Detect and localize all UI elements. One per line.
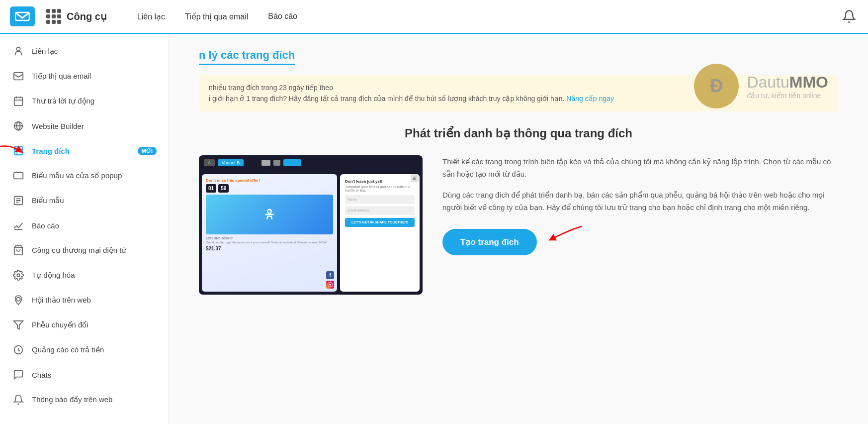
- mockup-tab-variant[interactable]: Variant B: [218, 159, 244, 166]
- features-description: Thiết kế các trang trong trình biên tập …: [442, 155, 838, 255]
- sidebar-item-bieu-mau[interactable]: Biểu mẫu: [0, 188, 169, 213]
- upgrade-count-text: nhiều trang đích trong 23 ngày tiếp theo: [209, 84, 333, 92]
- chat-icon: [12, 368, 25, 381]
- svg-point-1: [16, 47, 20, 51]
- main-layout: Liên lạc Tiếp thị qua email Thư trả lời …: [0, 34, 868, 424]
- sidebar-label-bieu-mau-popup: Biểu mẫu và cửa sổ popup: [32, 171, 157, 180]
- globe-icon: [12, 119, 25, 132]
- sidebar-item-pheu[interactable]: Phễu chuyển đổi: [0, 313, 169, 337]
- sidebar-label-bieu-mau: Biểu mẫu: [32, 196, 157, 205]
- sidebar-item-thu-tra-loi[interactable]: Thư trả lời tự động: [0, 89, 169, 113]
- filter-icon: [12, 318, 25, 331]
- svg-rect-7: [14, 173, 23, 179]
- svg-point-11: [16, 298, 20, 301]
- sidebar-item-website-builder[interactable]: Website Builder: [0, 113, 169, 138]
- cta-area: Tạo trang đích: [442, 229, 838, 255]
- sidebar-item-lien-lac[interactable]: Liên lạc: [0, 39, 169, 64]
- sidebar-label-tu-dong-hoa: Tự động hóa: [32, 271, 157, 280]
- sidebar-label-tiep-thi: Tiếp thị qua email: [32, 72, 157, 81]
- push-notification-icon: [12, 393, 25, 406]
- form-popup-icon: [12, 169, 25, 182]
- sidebar-label-pheu: Phễu chuyển đổi: [32, 320, 157, 329]
- price: $21.37: [206, 246, 333, 251]
- svg-marker-12: [14, 321, 23, 329]
- sidebar-item-thuong-mai[interactable]: Công cụ thương mại điện tử: [0, 238, 169, 263]
- gear-icon: [12, 269, 25, 282]
- section-title: Phát triển danh bạ thông qua trang đích: [199, 126, 838, 140]
- location-icon: [12, 294, 25, 307]
- sidebar: Liên lạc Tiếp thị qua email Thư trả lời …: [0, 34, 169, 424]
- sidebar-label-lien-lac: Liên lạc: [32, 47, 157, 56]
- content-area: Đ DautuMMO đầu tư, kiếm tiền online n lý…: [169, 34, 868, 424]
- notification-bell-icon[interactable]: [840, 7, 858, 25]
- nav-link-bao-cao[interactable]: Báo cáo: [268, 12, 297, 21]
- nav-link-tiep-thi[interactable]: Tiếp thị qua email: [185, 12, 248, 21]
- form-icon: [12, 194, 25, 207]
- sidebar-item-bieu-mau-popup[interactable]: Biểu mẫu và cửa sổ popup: [0, 163, 169, 188]
- shop-icon: [12, 244, 25, 257]
- upgrade-link[interactable]: Nâng cấp ngay: [566, 95, 613, 103]
- upgrade-banner-text: i giới hạn ở 1 trang đích? Hãy đăng tất …: [209, 95, 564, 103]
- landing-mockup: A Variant B Don't miss this speci: [199, 155, 423, 295]
- top-navigation: Công cụ Liên lạc Tiếp thị qua email Báo …: [0, 0, 868, 34]
- timer-01: 01: [206, 184, 216, 193]
- watermark: Đ DautuMMO đầu tư, kiếm tiền online: [694, 64, 828, 108]
- svg-rect-2: [14, 73, 23, 80]
- page-title: n lý các trang đích: [199, 49, 295, 65]
- email-icon: [12, 70, 25, 83]
- sidebar-label-trang-dich: Trang đích: [32, 147, 131, 155]
- nav-link-lien-lac[interactable]: Liên lạc: [137, 12, 165, 21]
- nav-right: [840, 7, 858, 25]
- sidebar-item-trang-dich[interactable]: Trang đích MỚI: [0, 138, 169, 163]
- watermark-circle: Đ: [694, 64, 739, 108]
- calendar-icon: [12, 95, 25, 107]
- svg-point-10: [17, 274, 20, 277]
- sidebar-item-tu-dong-hoa[interactable]: Tự động hóa: [0, 263, 169, 288]
- sidebar-label-hoi-thao: Hội thảo trên web: [32, 296, 157, 305]
- features-text-1: Thiết kế các trang trong trình biên tập …: [442, 155, 838, 181]
- grid-apps-icon[interactable]: [45, 7, 63, 25]
- sidebar-label-thuong-mai: Công cụ thương mại điện tử: [32, 246, 157, 255]
- popup-subtext: Jumpstart your fitness and see results i…: [345, 185, 415, 192]
- svg-point-14: [267, 210, 271, 213]
- person-icon: [12, 45, 25, 58]
- create-landing-page-button[interactable]: Tạo trang đích: [442, 229, 537, 255]
- timer-59: 59: [218, 184, 229, 193]
- nav-links: Liên lạc Tiếp thị qua email Báo cáo: [137, 12, 297, 21]
- svg-point-15: [329, 284, 331, 285]
- watermark-subtitle: đầu tư, kiếm tiền online: [747, 92, 828, 100]
- logo[interactable]: [10, 6, 35, 26]
- ads-icon: [12, 343, 25, 356]
- mockup-tab-a[interactable]: A: [204, 159, 215, 166]
- sidebar-item-chats[interactable]: Chats: [0, 362, 169, 387]
- watermark-text: DautuMMO đầu tư, kiếm tiền online: [747, 73, 828, 100]
- svg-rect-3: [14, 98, 23, 106]
- sidebar-item-thong-bao[interactable]: Thông báo đẩy trên web: [0, 387, 169, 412]
- sidebar-label-quang-cao: Quảng cáo có trả tiền: [32, 345, 157, 354]
- sidebar-label-thong-bao: Thông báo đẩy trên web: [32, 395, 157, 404]
- chart-icon: [12, 219, 25, 232]
- offer-text: Don't miss this special offer!: [206, 178, 333, 183]
- app-title: Công cụ: [67, 10, 122, 22]
- features-section: A Variant B Don't miss this speci: [199, 155, 838, 295]
- offer-subtext: One time offer - get the most out of you…: [206, 241, 333, 244]
- new-badge: MỚI: [138, 147, 157, 155]
- features-text-2: Dùng các trang đích để phát triển danh b…: [442, 189, 838, 214]
- sidebar-label-website-builder: Website Builder: [32, 122, 157, 130]
- sidebar-label-thu-tra-loi: Thư trả lời tự động: [32, 97, 157, 106]
- mockup-tabs: A Variant B: [204, 159, 301, 166]
- exclusive-text: Exclusive session: [206, 236, 333, 240]
- popup-title: Don't leave just yet!: [345, 179, 415, 184]
- sidebar-label-bao-cao: Báo cáo: [32, 221, 157, 230]
- sidebar-item-quang-cao[interactable]: Quảng cáo có trả tiền: [0, 337, 169, 362]
- sidebar-item-bao-cao[interactable]: Báo cáo: [0, 213, 169, 238]
- sidebar-label-chats: Chats: [32, 371, 157, 379]
- features-image: A Variant B Don't miss this speci: [199, 155, 423, 295]
- sidebar-item-hoi-thao[interactable]: Hội thảo trên web: [0, 288, 169, 313]
- sidebar-item-tiep-thi[interactable]: Tiếp thị qua email: [0, 64, 169, 89]
